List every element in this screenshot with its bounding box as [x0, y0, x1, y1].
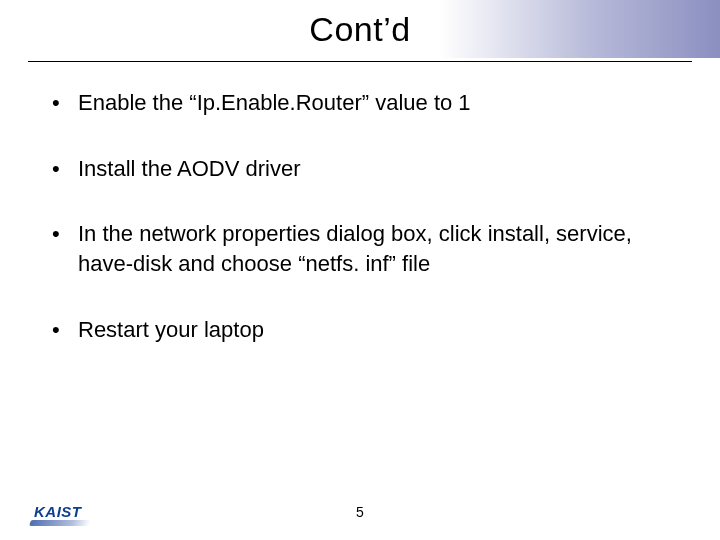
content-area: Enable the “Ip.Enable.Router” value to 1…	[0, 62, 720, 344]
bullet-item: Enable the “Ip.Enable.Router” value to 1	[52, 88, 668, 118]
bullet-item: In the network properties dialog box, cl…	[52, 219, 668, 278]
footer: KAIST 5	[0, 496, 720, 526]
bullet-list: Enable the “Ip.Enable.Router” value to 1…	[52, 88, 668, 344]
bullet-item: Install the AODV driver	[52, 154, 668, 184]
slide-title: Cont’d	[0, 10, 720, 55]
slide: Cont’d Enable the “Ip.Enable.Router” val…	[0, 0, 720, 540]
title-underline	[28, 61, 692, 62]
page-number: 5	[356, 504, 364, 520]
logo-swipe-decoration	[29, 520, 91, 526]
kaist-logo: KAIST	[34, 503, 82, 520]
bullet-item: Restart your laptop	[52, 315, 668, 345]
title-area: Cont’d	[0, 0, 720, 62]
